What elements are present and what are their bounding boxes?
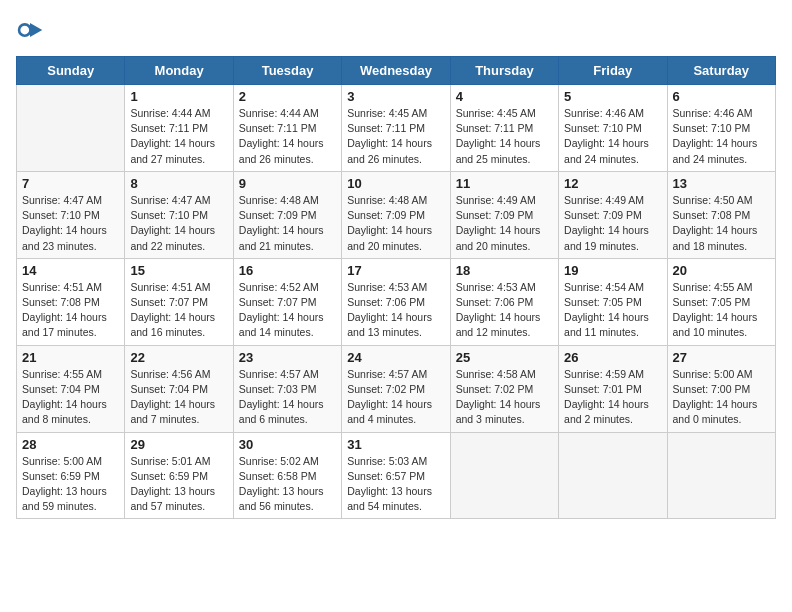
day-number: 8	[130, 176, 227, 191]
calendar-cell: 29Sunrise: 5:01 AM Sunset: 6:59 PM Dayli…	[125, 432, 233, 519]
day-number: 7	[22, 176, 119, 191]
weekday-header: Tuesday	[233, 57, 341, 85]
calendar-cell: 2Sunrise: 4:44 AM Sunset: 7:11 PM Daylig…	[233, 85, 341, 172]
day-info: Sunrise: 4:44 AM Sunset: 7:11 PM Dayligh…	[239, 106, 336, 167]
day-info: Sunrise: 4:55 AM Sunset: 7:04 PM Dayligh…	[22, 367, 119, 428]
calendar-cell: 22Sunrise: 4:56 AM Sunset: 7:04 PM Dayli…	[125, 345, 233, 432]
day-number: 17	[347, 263, 444, 278]
calendar-cell: 13Sunrise: 4:50 AM Sunset: 7:08 PM Dayli…	[667, 171, 775, 258]
weekday-header: Friday	[559, 57, 667, 85]
day-info: Sunrise: 4:54 AM Sunset: 7:05 PM Dayligh…	[564, 280, 661, 341]
calendar-cell	[17, 85, 125, 172]
day-info: Sunrise: 5:03 AM Sunset: 6:57 PM Dayligh…	[347, 454, 444, 515]
calendar-cell: 5Sunrise: 4:46 AM Sunset: 7:10 PM Daylig…	[559, 85, 667, 172]
day-number: 4	[456, 89, 553, 104]
calendar-week-row: 1Sunrise: 4:44 AM Sunset: 7:11 PM Daylig…	[17, 85, 776, 172]
day-number: 25	[456, 350, 553, 365]
day-info: Sunrise: 5:00 AM Sunset: 6:59 PM Dayligh…	[22, 454, 119, 515]
calendar-table: SundayMondayTuesdayWednesdayThursdayFrid…	[16, 56, 776, 519]
day-info: Sunrise: 5:01 AM Sunset: 6:59 PM Dayligh…	[130, 454, 227, 515]
day-info: Sunrise: 4:51 AM Sunset: 7:08 PM Dayligh…	[22, 280, 119, 341]
day-info: Sunrise: 4:57 AM Sunset: 7:02 PM Dayligh…	[347, 367, 444, 428]
calendar-cell: 25Sunrise: 4:58 AM Sunset: 7:02 PM Dayli…	[450, 345, 558, 432]
day-number: 13	[673, 176, 770, 191]
weekday-header: Saturday	[667, 57, 775, 85]
day-number: 23	[239, 350, 336, 365]
day-info: Sunrise: 5:02 AM Sunset: 6:58 PM Dayligh…	[239, 454, 336, 515]
day-info: Sunrise: 4:47 AM Sunset: 7:10 PM Dayligh…	[130, 193, 227, 254]
day-number: 21	[22, 350, 119, 365]
day-info: Sunrise: 4:45 AM Sunset: 7:11 PM Dayligh…	[456, 106, 553, 167]
day-number: 10	[347, 176, 444, 191]
day-number: 28	[22, 437, 119, 452]
day-number: 2	[239, 89, 336, 104]
weekday-header: Wednesday	[342, 57, 450, 85]
day-info: Sunrise: 4:48 AM Sunset: 7:09 PM Dayligh…	[347, 193, 444, 254]
calendar-cell: 17Sunrise: 4:53 AM Sunset: 7:06 PM Dayli…	[342, 258, 450, 345]
calendar-cell: 14Sunrise: 4:51 AM Sunset: 7:08 PM Dayli…	[17, 258, 125, 345]
calendar-cell	[450, 432, 558, 519]
day-number: 3	[347, 89, 444, 104]
day-info: Sunrise: 4:49 AM Sunset: 7:09 PM Dayligh…	[456, 193, 553, 254]
calendar-cell: 31Sunrise: 5:03 AM Sunset: 6:57 PM Dayli…	[342, 432, 450, 519]
svg-point-1	[20, 26, 29, 35]
calendar-cell: 21Sunrise: 4:55 AM Sunset: 7:04 PM Dayli…	[17, 345, 125, 432]
day-info: Sunrise: 4:55 AM Sunset: 7:05 PM Dayligh…	[673, 280, 770, 341]
day-number: 15	[130, 263, 227, 278]
day-number: 1	[130, 89, 227, 104]
logo	[16, 16, 48, 44]
day-info: Sunrise: 4:45 AM Sunset: 7:11 PM Dayligh…	[347, 106, 444, 167]
day-info: Sunrise: 4:53 AM Sunset: 7:06 PM Dayligh…	[347, 280, 444, 341]
calendar-cell: 12Sunrise: 4:49 AM Sunset: 7:09 PM Dayli…	[559, 171, 667, 258]
calendar-cell: 11Sunrise: 4:49 AM Sunset: 7:09 PM Dayli…	[450, 171, 558, 258]
calendar-cell: 3Sunrise: 4:45 AM Sunset: 7:11 PM Daylig…	[342, 85, 450, 172]
day-number: 27	[673, 350, 770, 365]
weekday-header: Thursday	[450, 57, 558, 85]
day-info: Sunrise: 4:59 AM Sunset: 7:01 PM Dayligh…	[564, 367, 661, 428]
day-number: 11	[456, 176, 553, 191]
day-info: Sunrise: 4:47 AM Sunset: 7:10 PM Dayligh…	[22, 193, 119, 254]
weekday-header: Sunday	[17, 57, 125, 85]
day-info: Sunrise: 4:57 AM Sunset: 7:03 PM Dayligh…	[239, 367, 336, 428]
calendar-cell	[559, 432, 667, 519]
calendar-cell: 20Sunrise: 4:55 AM Sunset: 7:05 PM Dayli…	[667, 258, 775, 345]
day-number: 20	[673, 263, 770, 278]
day-number: 12	[564, 176, 661, 191]
calendar-week-row: 14Sunrise: 4:51 AM Sunset: 7:08 PM Dayli…	[17, 258, 776, 345]
day-info: Sunrise: 4:44 AM Sunset: 7:11 PM Dayligh…	[130, 106, 227, 167]
calendar-cell: 15Sunrise: 4:51 AM Sunset: 7:07 PM Dayli…	[125, 258, 233, 345]
calendar-cell: 28Sunrise: 5:00 AM Sunset: 6:59 PM Dayli…	[17, 432, 125, 519]
day-number: 16	[239, 263, 336, 278]
day-number: 30	[239, 437, 336, 452]
day-info: Sunrise: 4:50 AM Sunset: 7:08 PM Dayligh…	[673, 193, 770, 254]
day-info: Sunrise: 4:52 AM Sunset: 7:07 PM Dayligh…	[239, 280, 336, 341]
calendar-week-row: 21Sunrise: 4:55 AM Sunset: 7:04 PM Dayli…	[17, 345, 776, 432]
calendar-cell: 18Sunrise: 4:53 AM Sunset: 7:06 PM Dayli…	[450, 258, 558, 345]
day-number: 5	[564, 89, 661, 104]
calendar-cell: 7Sunrise: 4:47 AM Sunset: 7:10 PM Daylig…	[17, 171, 125, 258]
calendar-cell: 4Sunrise: 4:45 AM Sunset: 7:11 PM Daylig…	[450, 85, 558, 172]
calendar-cell: 19Sunrise: 4:54 AM Sunset: 7:05 PM Dayli…	[559, 258, 667, 345]
calendar-cell: 16Sunrise: 4:52 AM Sunset: 7:07 PM Dayli…	[233, 258, 341, 345]
day-info: Sunrise: 4:48 AM Sunset: 7:09 PM Dayligh…	[239, 193, 336, 254]
calendar-cell: 9Sunrise: 4:48 AM Sunset: 7:09 PM Daylig…	[233, 171, 341, 258]
svg-marker-2	[30, 23, 42, 37]
calendar-cell	[667, 432, 775, 519]
calendar-cell: 6Sunrise: 4:46 AM Sunset: 7:10 PM Daylig…	[667, 85, 775, 172]
calendar-cell: 10Sunrise: 4:48 AM Sunset: 7:09 PM Dayli…	[342, 171, 450, 258]
weekday-header: Monday	[125, 57, 233, 85]
day-info: Sunrise: 4:58 AM Sunset: 7:02 PM Dayligh…	[456, 367, 553, 428]
day-info: Sunrise: 4:56 AM Sunset: 7:04 PM Dayligh…	[130, 367, 227, 428]
day-number: 22	[130, 350, 227, 365]
day-info: Sunrise: 4:53 AM Sunset: 7:06 PM Dayligh…	[456, 280, 553, 341]
day-number: 19	[564, 263, 661, 278]
calendar-week-row: 7Sunrise: 4:47 AM Sunset: 7:10 PM Daylig…	[17, 171, 776, 258]
day-number: 9	[239, 176, 336, 191]
calendar-cell: 27Sunrise: 5:00 AM Sunset: 7:00 PM Dayli…	[667, 345, 775, 432]
day-info: Sunrise: 4:51 AM Sunset: 7:07 PM Dayligh…	[130, 280, 227, 341]
day-number: 14	[22, 263, 119, 278]
day-number: 6	[673, 89, 770, 104]
logo-icon	[16, 16, 44, 44]
calendar-cell: 23Sunrise: 4:57 AM Sunset: 7:03 PM Dayli…	[233, 345, 341, 432]
page-header	[16, 16, 776, 44]
